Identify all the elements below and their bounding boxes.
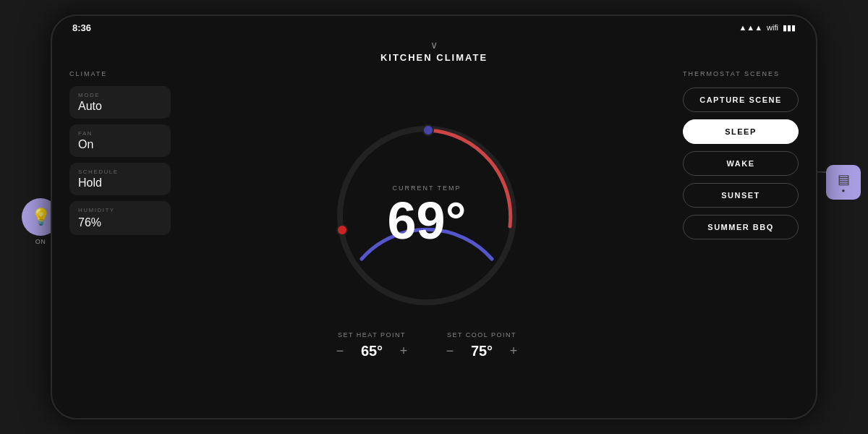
- cool-setpoint-controls: − 75° +: [441, 343, 522, 360]
- climate-label: CLIMATE: [69, 70, 171, 77]
- battery-icon: ▮▮▮: [783, 23, 796, 33]
- fan-value: On: [78, 138, 162, 151]
- svg-point-4: [337, 225, 347, 235]
- sunset-scene-button[interactable]: SUNSET: [683, 183, 799, 208]
- schedule-sublabel: SCHEDULE: [78, 169, 162, 175]
- cool-setpoint-label: SET COOL POINT: [447, 331, 516, 339]
- cool-setpoint: SET COOL POINT − 75° +: [441, 331, 522, 360]
- climate-panel: CLIMATE MODE Auto FAN On SCHEDULE Hold H…: [69, 67, 171, 407]
- capture-scene-button[interactable]: CAPTURE SCENE: [683, 88, 799, 112]
- heat-increment-button[interactable]: +: [395, 343, 412, 360]
- thermostat-panel: CURRENT TEMP 69° SET HEAT POINT − 65° +: [182, 67, 671, 407]
- thermostat-ring: CURRENT TEMP 69°: [326, 114, 528, 317]
- wake-scene-button[interactable]: WAKE: [683, 151, 799, 176]
- status-bar: 8:36 ▲▲▲ wifi ▮▮▮: [52, 16, 816, 39]
- setpoints: SET HEAT POINT − 65° + SET COOL POINT − …: [331, 331, 522, 360]
- schedule-card[interactable]: SCHEDULE Hold: [69, 163, 171, 195]
- page-title: KITCHEN CLIMATE: [380, 52, 488, 63]
- humidity-value: 76%: [78, 216, 162, 229]
- mode-card[interactable]: MODE Auto: [69, 86, 171, 119]
- scenes-label: THERMOSTAT SCENES: [683, 70, 799, 77]
- status-icons: ▲▲▲ wifi ▮▮▮: [739, 23, 796, 33]
- heat-decrement-button[interactable]: −: [331, 343, 349, 360]
- cool-decrement-button[interactable]: −: [441, 343, 459, 360]
- left-device-label: ON: [35, 238, 46, 245]
- right-device-rect[interactable]: ▤ ●: [826, 165, 861, 200]
- signal-icon: ▲▲▲: [739, 23, 762, 32]
- summer-bbq-scene-button[interactable]: SUMMER BBQ: [683, 215, 799, 239]
- tablet-shell: 8:36 ▲▲▲ wifi ▮▮▮ ∨ KITCHEN CLIMATE CLIM…: [51, 14, 817, 420]
- cool-setpoint-value: 75°: [469, 343, 495, 359]
- status-time: 8:36: [72, 22, 91, 33]
- main-content: CLIMATE MODE Auto FAN On SCHEDULE Hold H…: [52, 67, 816, 418]
- heat-setpoint: SET HEAT POINT − 65° +: [331, 331, 412, 360]
- current-temp-label: CURRENT TEMP: [388, 184, 467, 192]
- humidity-card: HUMIDITY 76%: [69, 201, 171, 235]
- chevron-down-icon[interactable]: ∨: [430, 39, 438, 51]
- humidity-sublabel: HUMIDITY: [78, 207, 162, 213]
- page-header: ∨ KITCHEN CLIMATE: [52, 39, 816, 67]
- mode-sublabel: MODE: [78, 92, 162, 98]
- fan-sublabel: FAN: [78, 130, 162, 137]
- wifi-icon: wifi: [767, 23, 778, 32]
- radiator-icon: ▤: [838, 171, 850, 187]
- temp-display: CURRENT TEMP 69°: [388, 184, 467, 247]
- cool-increment-button[interactable]: +: [505, 343, 522, 360]
- scenes-panel: THERMOSTAT SCENES CAPTURE SCENE SLEEP WA…: [683, 67, 799, 407]
- heat-setpoint-label: SET HEAT POINT: [338, 331, 406, 339]
- current-temp-value: 69°: [388, 195, 467, 247]
- mode-value: Auto: [78, 100, 162, 113]
- heat-setpoint-value: 65°: [359, 343, 385, 359]
- schedule-value: Hold: [78, 176, 162, 190]
- sleep-scene-button[interactable]: SLEEP: [683, 119, 799, 144]
- fan-card[interactable]: FAN On: [69, 124, 171, 157]
- heat-setpoint-controls: − 65° +: [331, 343, 412, 360]
- outer-right-device[interactable]: ▤ ●: [826, 165, 861, 200]
- svg-point-3: [423, 125, 433, 135]
- bulb-icon: 💡: [31, 208, 51, 226]
